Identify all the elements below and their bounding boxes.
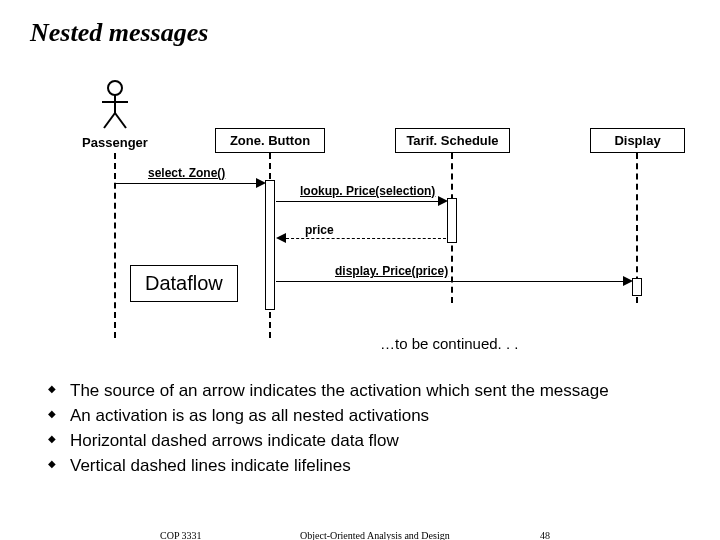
arrowhead-select-zone — [256, 178, 266, 188]
bullet-item: An activation is as long as all nested a… — [48, 405, 688, 428]
object-display: Display — [590, 128, 685, 153]
bullet-item: Horizontal dashed arrows indicate data f… — [48, 430, 688, 453]
dataflow-callout: Dataflow — [130, 265, 238, 302]
bullet-item: The source of an arrow indicates the act… — [48, 380, 688, 403]
object-zone-button: Zone. Button — [215, 128, 325, 153]
actor-label: Passenger — [75, 135, 155, 150]
arrowhead-lookup-price — [438, 196, 448, 206]
lifeline-passenger — [114, 153, 116, 338]
bullet-list: The source of an arrow indicates the act… — [48, 380, 688, 480]
svg-line-4 — [115, 113, 126, 128]
slide-title: Nested messages — [30, 18, 208, 48]
activation-tarif-schedule — [447, 198, 457, 243]
object-tarif-schedule: Tarif. Schedule — [395, 128, 510, 153]
footer-course: COP 3331 — [160, 530, 202, 540]
actor-passenger: Passenger — [95, 80, 135, 130]
stick-figure-icon — [100, 80, 130, 130]
footer-title: Object-Oriented Analysis and Design — [300, 530, 450, 540]
arrowhead-price — [276, 233, 286, 243]
arrow-display-price — [276, 281, 625, 282]
arrow-price — [286, 238, 446, 239]
svg-point-0 — [108, 81, 122, 95]
msg-display-price: display. Price(price) — [335, 264, 448, 278]
sequence-diagram: Passenger Zone. Button Tarif. Schedule D… — [0, 80, 720, 360]
svg-line-3 — [104, 113, 115, 128]
activation-zone-button — [265, 180, 275, 310]
activation-display — [632, 278, 642, 296]
arrow-select-zone — [116, 183, 258, 184]
arrow-lookup-price — [276, 201, 440, 202]
msg-select-zone: select. Zone() — [148, 166, 225, 180]
continued-text: …to be continued. . . — [380, 335, 518, 352]
msg-price: price — [305, 223, 334, 237]
msg-lookup-price: lookup. Price(selection) — [300, 184, 435, 198]
bullet-item: Vertical dashed lines indicate lifelines — [48, 455, 688, 478]
footer-page: 48 — [540, 530, 550, 540]
arrowhead-display-price — [623, 276, 633, 286]
